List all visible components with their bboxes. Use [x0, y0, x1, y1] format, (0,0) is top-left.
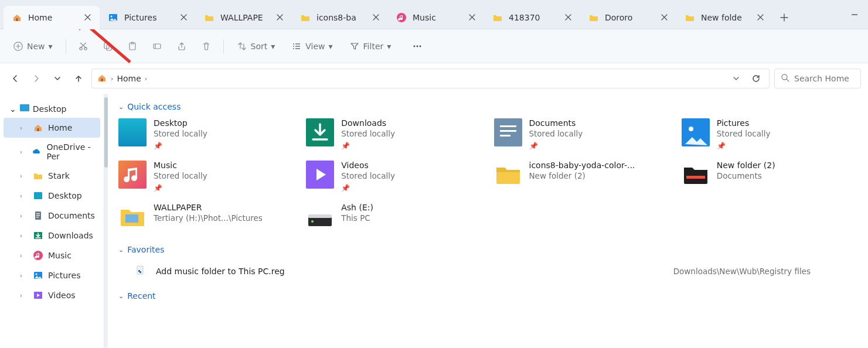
search-input[interactable] — [794, 74, 855, 83]
tab-pictures[interactable]: Pictures — [100, 6, 196, 29]
toolbar: New ▾ Sort ▾ View ▾ Filter ▾ — [0, 29, 868, 63]
svg-rect-28 — [36, 217, 39, 217]
close-tab-button[interactable] — [754, 11, 767, 24]
svg-rect-34 — [118, 118, 147, 146]
pictures-icon — [682, 118, 710, 146]
filter-button[interactable]: Filter ▾ — [343, 37, 397, 55]
tab-icons8-ba[interactable]: icons8-ba — [292, 6, 388, 29]
nav-forward-button[interactable] — [28, 70, 45, 87]
view-button[interactable]: View ▾ — [285, 37, 338, 55]
sidebar-item-label: OneDrive - Per — [46, 142, 96, 161]
tab-label: Pictures — [124, 13, 156, 22]
tab-label: Music — [413, 13, 436, 22]
share-button[interactable] — [172, 37, 192, 55]
pin-icon: 📌 — [341, 142, 395, 150]
history-dropdown-button[interactable] — [728, 70, 744, 87]
tab-label: New folde — [701, 13, 742, 22]
folder-icon — [685, 12, 695, 23]
item-title: New folder (2) — [717, 161, 775, 170]
section-recent[interactable]: ⌄ Recent — [118, 291, 857, 301]
nav-back-button[interactable] — [7, 70, 23, 87]
item-title: WALLPAPER — [154, 203, 263, 212]
quick-item-music[interactable]: MusicStored locally📌 — [118, 161, 294, 192]
sidebar-item-pictures[interactable]: ›Pictures — [4, 265, 100, 285]
pictures-icon — [33, 270, 43, 281]
nav-up-button[interactable] — [70, 70, 87, 87]
home-icon — [12, 12, 22, 23]
close-tab-button[interactable] — [658, 11, 670, 24]
section-favorites[interactable]: ⌄ Favorites — [118, 245, 857, 254]
paste-button[interactable] — [122, 37, 142, 55]
quick-item-icons8-baby-yoda-color-[interactable]: icons8-baby-yoda-color-...New folder (2) — [494, 161, 670, 192]
quick-access-grid: DesktopStored locally📌DownloadsStored lo… — [118, 118, 857, 231]
section-quick-access[interactable]: ⌄ Quick access — [118, 102, 857, 111]
folder-dark-icon — [682, 161, 710, 189]
doc-icon — [33, 210, 43, 221]
sidebar-item-videos[interactable]: ›Videos — [4, 285, 100, 305]
nav-recent-button[interactable] — [49, 70, 66, 87]
tab-418370[interactable]: 418370 — [484, 6, 580, 29]
dl-icon — [33, 230, 43, 241]
sidebar-item-label: Documents — [48, 211, 95, 220]
new-tab-button[interactable] — [772, 6, 796, 29]
pin-icon: 📌 — [529, 142, 583, 150]
item-title: Music — [154, 161, 207, 170]
item-title: Downloads — [341, 118, 395, 128]
quick-item-wallpaper[interactable]: WALLPAPERTertiary (H:)\Phot...\Pictures — [118, 203, 294, 231]
svg-rect-1 — [16, 18, 18, 21]
quick-item-downloads[interactable]: DownloadsStored locally📌 — [306, 118, 482, 150]
more-button[interactable] — [407, 37, 427, 55]
sidebar: ⌄ Desktop ›Home›OneDrive - Per›Stark›Des… — [0, 94, 104, 348]
sidebar-item-documents[interactable]: ›Documents — [4, 206, 100, 226]
minimize-button[interactable] — [841, 5, 868, 25]
close-tab-button[interactable] — [369, 11, 382, 24]
sidebar-item-label: Home — [48, 123, 72, 132]
close-tab-button[interactable] — [561, 11, 574, 24]
sidebar-item-stark[interactable]: ›Stark — [4, 166, 100, 186]
chevron-right-icon: › — [145, 75, 147, 83]
close-tab-button[interactable] — [177, 11, 190, 24]
item-title: Pictures — [717, 118, 771, 128]
search-box[interactable] — [774, 69, 861, 88]
sidebar-item-label: Pictures — [48, 271, 80, 280]
music-icon — [33, 250, 43, 261]
delete-button[interactable] — [196, 37, 216, 55]
sidebar-item-label: Desktop — [48, 191, 82, 200]
close-tab-button[interactable] — [81, 11, 94, 24]
favorite-item[interactable]: Add music folder to This PC.regDownloads… — [118, 261, 857, 281]
sidebar-item-downloads[interactable]: ›Downloads — [4, 226, 100, 245]
chevron-right-icon: › — [20, 149, 26, 155]
cut-button[interactable] — [73, 37, 93, 55]
tab-wallpape[interactable]: WALLPAPE — [196, 6, 292, 29]
sidebar-item-onedrive-per[interactable]: ›OneDrive - Per — [4, 138, 100, 166]
quick-item-videos[interactable]: VideosStored locally📌 — [306, 161, 482, 192]
filter-label: Filter — [363, 42, 384, 51]
sidebar-item-home[interactable]: ›Home — [4, 118, 100, 138]
item-subtitle: This PC — [341, 213, 373, 223]
new-button[interactable]: New ▾ — [7, 37, 59, 55]
desktop-icon — [20, 103, 29, 114]
quick-item-new-folder-2-[interactable]: New folder (2)Documents — [682, 161, 857, 192]
sidebar-top[interactable]: ⌄ Desktop — [0, 100, 104, 118]
sidebar-item-music[interactable]: ›Music — [4, 245, 100, 265]
sidebar-item-desktop[interactable]: ›Desktop — [4, 186, 100, 206]
quick-item-documents[interactable]: DocumentsStored locally📌 — [494, 118, 670, 150]
tab-home[interactable]: Home — [4, 6, 100, 29]
refresh-button[interactable] — [748, 70, 764, 87]
crumb-home[interactable]: Home — [117, 74, 141, 83]
quick-item-desktop[interactable]: DesktopStored locally📌 — [118, 118, 294, 150]
quick-item-pictures[interactable]: PicturesStored locally📌 — [682, 118, 857, 150]
close-tab-button[interactable] — [273, 11, 286, 24]
svg-point-17 — [414, 45, 416, 47]
svg-rect-13 — [154, 44, 161, 49]
quick-item-ash-e-[interactable]: Ash (E:)This PC — [306, 203, 482, 231]
onedrive-icon — [31, 146, 42, 157]
tab-dororo[interactable]: Dororo — [580, 6, 676, 29]
breadcrumb[interactable]: › Home › — [91, 69, 770, 88]
close-tab-button[interactable] — [465, 11, 478, 24]
copy-button[interactable] — [98, 37, 118, 55]
tab-music[interactable]: Music — [388, 6, 484, 29]
tab-new-folde[interactable]: New folde — [676, 6, 772, 29]
sort-button[interactable]: Sort ▾ — [231, 37, 281, 55]
rename-button[interactable] — [147, 37, 167, 55]
